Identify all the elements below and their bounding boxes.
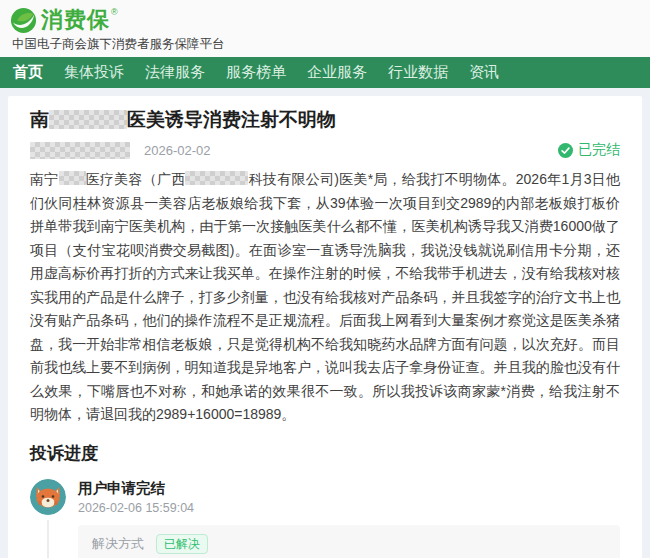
resolution-box: 解决方式 已解决 解决方案 退款,赔偿: [78, 525, 620, 558]
progress-section-heading: 投诉进度: [30, 442, 620, 465]
nav-item-legal-services[interactable]: 法律服务: [145, 63, 205, 82]
registered-trademark: ®: [111, 6, 118, 18]
nav-item-home[interactable]: 首页: [13, 63, 43, 82]
nav-item-news[interactable]: 资讯: [469, 63, 499, 82]
brand-name: 消费保: [41, 6, 110, 34]
leaf-logo-icon: [10, 7, 37, 34]
brand-logo[interactable]: 消费保 ®: [10, 6, 118, 34]
censored-title-block: [49, 110, 127, 129]
progress-timeline-item: 用户申请完结 2026-02-06 15:59:04 解决方式 已解决 解决方案…: [30, 479, 620, 558]
check-circle-icon: [558, 143, 573, 158]
body-segment-1: 南宁: [30, 171, 59, 187]
timeline-event: 用户申请完结 2026-02-06 15:59:04 解决方式 已解决 解决方案…: [78, 479, 620, 558]
timeline-connector-line: [47, 520, 49, 558]
event-timestamp: 2026-02-06 15:59:04: [78, 501, 620, 515]
status-badge: 已完结: [558, 141, 620, 159]
event-title: 用户申请完结: [78, 479, 620, 497]
status-label: 已完结: [578, 141, 620, 159]
resolution-method-label: 解决方式: [92, 535, 144, 553]
complaint-meta: 2026-02-02 已完结: [30, 141, 620, 159]
nav-item-industry-data[interactable]: 行业数据: [388, 63, 448, 82]
nav-item-group-complaints[interactable]: 集体投诉: [64, 63, 124, 82]
complaint-card: 南医美诱导消费注射不明物 2026-02-02 已完结 南宁医疗美容（广西科技有…: [8, 96, 642, 558]
complaint-title-suffix: 医美诱导消费注射不明物: [127, 109, 336, 130]
censored-company-name-block: [185, 171, 248, 185]
complaint-title: 南医美诱导消费注射不明物: [30, 108, 620, 132]
fox-avatar: [30, 479, 66, 515]
page-content: 南医美诱导消费注射不明物 2026-02-02 已完结 南宁医疗美容（广西科技有…: [0, 88, 650, 558]
resolved-badge: 已解决: [156, 534, 208, 554]
complaint-body: 南宁医疗美容（广西科技有限公司)医美*局，给我打不明物体。2026年1月3日他们…: [30, 168, 620, 427]
main-nav: 首页 集体投诉 法律服务 服务榜单 企业服务 行业数据 资讯: [0, 57, 650, 88]
censored-username-block: [30, 142, 130, 159]
complaint-date: 2026-02-02: [144, 143, 211, 158]
complaint-title-prefix: 南: [30, 109, 49, 130]
timeline-avatar-column: [30, 479, 66, 558]
censored-clinic-name-block: [59, 171, 86, 185]
nav-item-enterprise-services[interactable]: 企业服务: [307, 63, 367, 82]
nav-item-service-rankings[interactable]: 服务榜单: [226, 63, 286, 82]
resolution-method-row: 解决方式 已解决: [92, 534, 606, 554]
body-segment-2: 医疗美容（广西: [86, 171, 186, 187]
brand-tagline: 中国电子商会旗下消费者服务保障平台: [12, 36, 225, 53]
site-header: 消费保 ® 中国电子商会旗下消费者服务保障平台: [0, 0, 650, 57]
body-segment-3: 科技有限公司)医美*局，给我打不明物体。2026年1月3日他们伙同桂林资源县一美…: [30, 171, 620, 422]
